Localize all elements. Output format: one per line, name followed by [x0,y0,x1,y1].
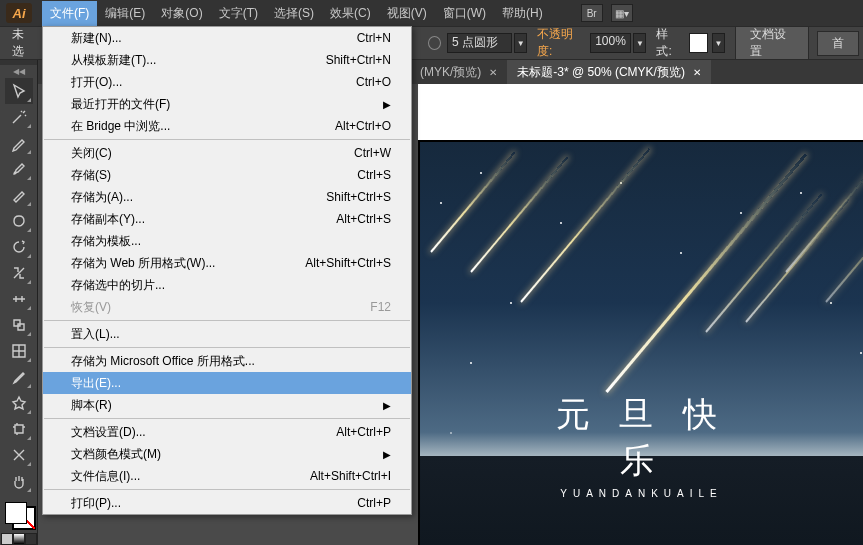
blob-tool[interactable] [5,208,33,234]
menu-item[interactable]: 最近打开的文件(F)▶ [43,93,411,115]
menu-item-label: 最近打开的文件(F) [71,96,170,113]
menu-效果[interactable]: 效果(C) [322,1,379,26]
menu-item[interactable]: 存储副本(Y)...Alt+Ctrl+S [43,208,411,230]
menu-item-label: 关闭(C) [71,145,112,162]
fill-swatch[interactable] [5,502,27,524]
pen-tool[interactable] [5,130,33,156]
scale-tool[interactable] [5,260,33,286]
close-icon[interactable]: ✕ [489,67,497,78]
menu-item-label: 存储(S) [71,167,111,184]
pasteboard [418,84,863,140]
slice-tool[interactable] [5,442,33,468]
selection-icon [10,82,28,100]
artboard-icon [10,420,28,438]
menu-item[interactable]: 文档设置(D)...Alt+Ctrl+P [43,421,411,443]
document-tab[interactable]: (MYK/预览)✕ [410,60,507,84]
artboard[interactable]: 元 旦 快 乐 YUANDANKUAILE [420,142,863,545]
menu-对象[interactable]: 对象(O) [153,1,210,26]
style-swatch[interactable] [689,33,708,53]
menu-item[interactable]: 从模板新建(T)...Shift+Ctrl+N [43,49,411,71]
preferences-button[interactable]: 首 [817,31,859,56]
symbol-icon [10,394,28,412]
menu-separator [44,489,410,490]
menu-item-shortcut: F12 [370,300,391,314]
dropdown-arrow-icon[interactable]: ▼ [712,33,725,53]
menu-item[interactable]: 导出(E)... [43,372,411,394]
file-menu-dropdown: 新建(N)...Ctrl+N从模板新建(T)...Shift+Ctrl+N打开(… [42,26,412,515]
menu-item[interactable]: 新建(N)...Ctrl+N [43,27,411,49]
toolbox-handle[interactable] [0,60,37,65]
menu-item-shortcut: Ctrl+S [357,168,391,182]
menu-帮助[interactable]: 帮助(H) [494,1,551,26]
menu-item[interactable]: 存储为 Web 所用格式(W)...Alt+Shift+Ctrl+S [43,252,411,274]
collapse-icon[interactable]: ◀◀ [13,67,25,78]
symbol-tool[interactable] [5,390,33,416]
hand-tool[interactable] [5,468,33,494]
menu-item[interactable]: 存储(S)Ctrl+S [43,164,411,186]
selection-status: 未选 [12,26,34,60]
magic-wand-tool[interactable] [5,104,33,130]
dropdown-arrow-icon[interactable]: ▼ [514,33,527,53]
menu-编辑[interactable]: 编辑(E) [97,1,153,26]
dropdown-arrow-icon[interactable]: ▼ [633,33,646,53]
width-tool[interactable] [5,286,33,312]
bridge-icon[interactable]: Br [581,4,603,22]
menu-item[interactable]: 文件信息(I)...Alt+Shift+Ctrl+I [43,465,411,487]
menu-视图[interactable]: 视图(V) [379,1,435,26]
menu-item-label: 存储为 Microsoft Office 所用格式... [71,353,255,370]
menu-item[interactable]: 打印(P)...Ctrl+P [43,492,411,514]
eyedropper-tool[interactable] [5,364,33,390]
mesh-icon [10,342,28,360]
menu-item[interactable]: 脚本(R)▶ [43,394,411,416]
tab-label: 未标题-3* @ 50% (CMYK/预览) [517,64,685,81]
menu-item-shortcut: Alt+Ctrl+P [336,425,391,439]
menu-item-label: 在 Bridge 中浏览... [71,118,170,135]
fill-stroke-swatch[interactable] [3,500,35,529]
magic-wand-icon [10,108,28,126]
submenu-arrow-icon: ▶ [383,449,391,460]
menu-文件[interactable]: 文件(F) [42,1,97,26]
menu-item[interactable]: 存储为(A)...Shift+Ctrl+S [43,186,411,208]
menu-item[interactable]: 存储为模板... [43,230,411,252]
menu-item-shortcut: Shift+Ctrl+S [326,190,391,204]
artwork-title: 元 旦 快 乐 YUANDANKUAILE [531,392,753,499]
pencil-tool[interactable] [5,182,33,208]
selection-tool[interactable] [5,78,33,104]
slice-icon [10,446,28,464]
menu-item[interactable]: 打开(O)...Ctrl+O [43,71,411,93]
color-mode-gradient[interactable] [13,533,25,545]
menu-item[interactable]: 在 Bridge 中浏览...Alt+Ctrl+O [43,115,411,137]
menu-item-label: 存储副本(Y)... [71,211,145,228]
menu-选择[interactable]: 选择(S) [266,1,322,26]
menu-item[interactable]: 文档颜色模式(M)▶ [43,443,411,465]
color-mode-none[interactable] [25,533,37,545]
menu-item-shortcut: Shift+Ctrl+N [326,53,391,67]
menu-item[interactable]: 存储选中的切片... [43,274,411,296]
menu-item-shortcut: Ctrl+N [357,31,391,45]
mesh-tool[interactable] [5,338,33,364]
menu-item-label: 文件信息(I)... [71,468,140,485]
color-mode-solid[interactable] [1,533,13,545]
brush-tool[interactable] [5,156,33,182]
rotate-tool[interactable] [5,234,33,260]
document-tab[interactable]: 未标题-3* @ 50% (CMYK/预览)✕ [507,60,711,84]
arrange-docs-icon[interactable]: ▦▾ [611,4,633,22]
submenu-arrow-icon: ▶ [383,99,391,110]
menu-item[interactable]: 关闭(C)Ctrl+W [43,142,411,164]
menu-item[interactable]: 存储为 Microsoft Office 所用格式... [43,350,411,372]
stroke-profile-select[interactable]: 5 点圆形 [447,33,512,53]
toolbox: ◀◀ [0,60,38,545]
hand-icon [10,472,28,490]
brush-icon [10,160,28,178]
menu-item-shortcut: Alt+Shift+Ctrl+S [305,256,391,270]
close-icon[interactable]: ✕ [693,67,701,78]
document-setup-button[interactable]: 文档设置 [735,26,809,60]
menu-item-shortcut: Ctrl+O [356,75,391,89]
menu-item[interactable]: 置入(L)... [43,323,411,345]
opacity-input[interactable]: 100% [590,33,631,53]
menu-文字[interactable]: 文字(T) [211,1,266,26]
artboard-tool[interactable] [5,416,33,442]
shape-builder-tool[interactable] [5,312,33,338]
rotate-icon [10,238,28,256]
menu-窗口[interactable]: 窗口(W) [435,1,494,26]
